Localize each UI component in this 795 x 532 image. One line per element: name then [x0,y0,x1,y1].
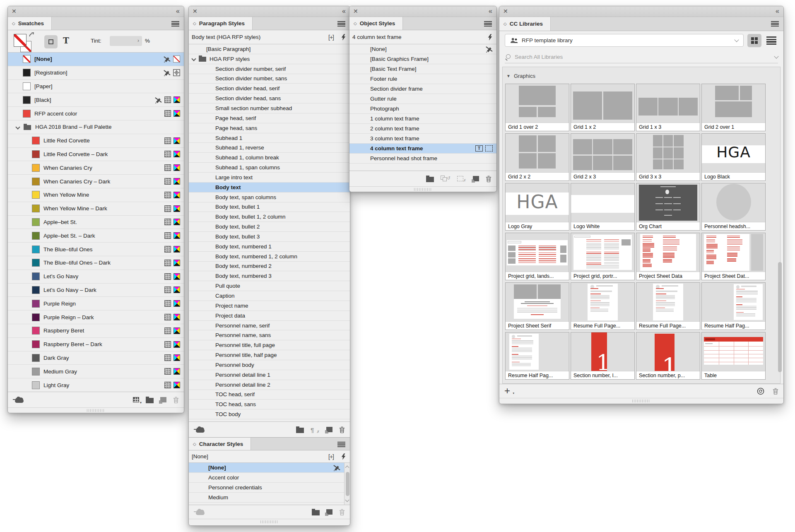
swatch-row[interactable]: Little Red Corvette – Dark [8,148,184,161]
library-item[interactable]: HGALogo Gray [505,183,569,231]
clear-overrides-icon[interactable]: ¶✗ [311,426,320,433]
collapse-group-icon[interactable] [15,125,20,129]
new-group-folder-icon[interactable] [146,398,154,403]
object-style-row[interactable]: Photograph [349,104,496,114]
new-style-group-icon[interactable] [426,177,434,182]
panel-menu-icon[interactable] [771,21,779,26]
paragraph-style-row[interactable]: Section divider number, sans [189,74,350,84]
object-style-row[interactable]: Personnel head shot frame [349,154,496,164]
paragraph-style-row[interactable]: Subhead 1, span columns [189,163,350,173]
object-style-row[interactable]: 2 column text frame [349,124,496,134]
paragraph-style-row[interactable]: Section divider head, serif [189,84,350,94]
paragraph-style-row[interactable]: Body text, numbered 3 [189,271,350,281]
paragraph-style-row[interactable]: Large intro text [189,173,350,183]
paragraph-style-row[interactable]: Personnel body [189,360,350,370]
library-item[interactable]: Personnel headsh... [701,183,766,231]
paragraph-style-row[interactable]: Subhead 1, reverse [189,143,350,153]
swatch-row[interactable]: [Registration] [8,66,184,80]
object-style-row[interactable]: [Basic Text Frame] [349,64,496,74]
library-item[interactable]: Resume Half Pag... [701,282,766,330]
clear-frame-overrides-icon[interactable]: ✗ [457,176,466,182]
library-item[interactable]: Resume Full Page... [571,282,635,330]
panel-menu-icon[interactable] [171,21,179,26]
paragraph-style-row[interactable]: Small section number subhead [189,104,350,113]
quick-apply-icon[interactable] [341,34,346,41]
swatch-row[interactable]: [None] [8,53,184,66]
paragraph-style-row[interactable]: Body text, bullet 2 [189,222,350,232]
add-from-cc-libraries-icon[interactable] [13,397,24,403]
library-item[interactable]: Grid 2 x 3 [571,133,635,181]
character-style-row[interactable]: Accent color [189,473,344,483]
swatch-row[interactable]: Raspberry Beret – Dark [8,338,184,351]
paragraph-style-row[interactable]: Body text, span columns [189,193,350,202]
search-all-libraries[interactable]: Search All Libraries [505,51,778,63]
object-styles-resize-grip[interactable] [349,186,496,192]
create-style-group-icon[interactable]: [+] [328,453,334,460]
grid-view-button[interactable] [747,34,761,47]
library-item[interactable]: Project Sheet Data [636,233,700,280]
library-item[interactable]: Project Sheet Dat... [701,233,766,280]
library-item[interactable]: Grid 2 over 1 [701,84,766,131]
paragraph-style-row[interactable]: Body text, numbered 1 [189,242,350,252]
collapse-panel-icon[interactable]: « [176,7,179,15]
swatch-row[interactable]: RFP accent color [8,107,184,120]
swatch-row[interactable]: When Canaries Cry [8,161,184,175]
paragraph-style-row[interactable]: [Basic Paragraph] [189,44,350,54]
collapse-panel-icon[interactable]: « [342,7,345,15]
swatch-row[interactable]: Raspberry Beret [8,324,184,338]
fill-swatch-proxy[interactable] [14,34,26,47]
paragraph-style-row[interactable]: TOC head, sans [189,400,350,409]
paragraph-style-row[interactable]: Page head, serif [189,113,350,123]
library-item[interactable]: Project Sheet Serif [505,282,569,330]
list-view-button[interactable] [766,36,776,45]
tab-character-styles[interactable]: ◇ Character Styles [189,438,251,450]
styles-resize-grip[interactable] [189,519,350,525]
tint-dropdown-icon[interactable]: › [137,38,139,43]
tab-cc-libraries[interactable]: ◇ CC Libraries [499,17,551,31]
close-icon[interactable]: ✕ [12,8,17,14]
scroll-down-icon[interactable] [345,498,349,502]
cc-sync-icon[interactable] [757,388,764,395]
new-style-icon[interactable] [473,176,479,181]
quick-apply-icon[interactable] [341,453,346,460]
panel-menu-icon[interactable] [484,21,492,26]
scrollbar-thumb[interactable] [346,472,349,496]
collapse-panel-icon[interactable]: « [776,7,779,15]
close-icon[interactable]: ✕ [193,8,198,14]
new-style-group-icon[interactable] [312,510,320,515]
swatch-row[interactable]: When Yellow Mine – Dark [8,202,184,216]
tab-object-styles[interactable]: ◇ Object Styles [349,17,403,30]
graphics-section-header[interactable]: ▼ Graphics [506,73,535,79]
swatch-row[interactable]: Dark Gray [8,351,184,365]
swatch-group-row[interactable]: HGA 2018 Brand – Full Palette [8,120,184,134]
character-style-row[interactable]: Personnel credentials [189,483,344,493]
swatch-row[interactable]: The Blue–tiful Ones – Dark [8,256,184,270]
library-item[interactable]: Resume Full Page... [636,282,700,330]
character-style-row[interactable]: [None] [189,463,344,473]
paragraph-style-row[interactable]: Body text, bullet 1 [189,202,350,212]
object-style-row[interactable]: Gutter rule [349,94,496,104]
library-item[interactable]: Table [701,332,766,380]
new-style-icon[interactable] [326,427,332,432]
collapse-panel-icon[interactable]: « [489,7,492,15]
create-style-group-icon[interactable]: [+] [328,34,334,41]
formatting-affects-text-button[interactable]: T [63,36,69,46]
library-item[interactable]: Logo White [571,183,635,231]
paragraph-style-row[interactable]: Body text, numbered 2 [189,262,350,272]
paragraph-style-row[interactable]: Page head, sans [189,123,350,133]
scroll-up-icon[interactable] [345,466,349,470]
object-style-row[interactable]: 4 column text frameT [349,144,496,154]
paragraph-style-row[interactable]: Section divider number, serif [189,64,350,74]
swatch-row[interactable]: Apple–bet St. [8,216,184,229]
delete-style-icon[interactable] [339,426,345,433]
close-icon[interactable]: ✕ [353,8,358,14]
object-style-row[interactable]: [None] [349,44,496,54]
delete-swatch-icon[interactable] [173,397,179,403]
library-item[interactable]: Resume Half Pag... [505,332,569,380]
paragraph-style-row[interactable]: TOC body [189,409,350,419]
panel-menu-icon[interactable] [337,21,345,26]
library-item[interactable]: Grid 2 x 2 [505,133,569,181]
add-content-icon[interactable]: + [504,387,513,396]
paragraph-style-row[interactable]: Pull quote [189,281,350,291]
cc-scrollbar-thumb[interactable] [778,262,782,372]
